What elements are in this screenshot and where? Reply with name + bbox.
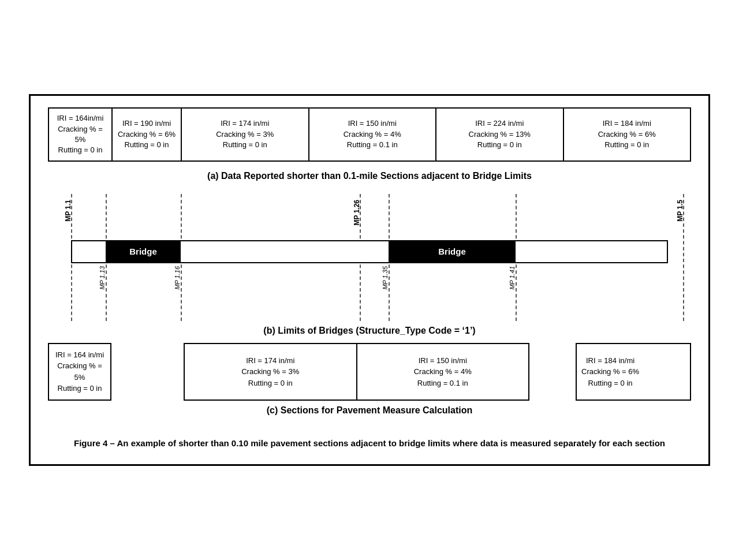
- data-box-a2: IRI = 190 in/miCracking % = 6%Rutting = …: [113, 109, 182, 160]
- c-box-4: IRI = 184 in/miCracking % = 6%Rutting = …: [576, 343, 691, 401]
- c-box-3: IRI = 150 in/miCracking % = 4%Rutting = …: [357, 344, 529, 400]
- mp-label-1-1-top: MP 1.1: [64, 200, 72, 222]
- data-box-a1-text: IRI = 164in/miCracking % = 5%Rutting = 0…: [54, 113, 107, 155]
- figure-container: IRI = 164in/miCracking % = 5%Rutting = 0…: [29, 94, 710, 466]
- data-box-a6-text: IRI = 184 in/miCracking % = 6%Rutting = …: [598, 118, 656, 150]
- c-box-4-text: IRI = 184 in/miCracking % = 6%Rutting = …: [581, 355, 639, 389]
- mp-label-1-5-top: MP 1.5: [676, 200, 684, 222]
- section-a-title: (a) Data Reported shorter than 0.1-mile …: [48, 166, 691, 188]
- section-c: IRI = 164 in/miCracking % = 5%Rutting = …: [48, 343, 691, 423]
- data-box-a2-text: IRI = 190 in/miCracking % = 6%Rutting = …: [118, 118, 176, 150]
- section-b-title: (b) Limits of Bridges (Structure_Type Co…: [48, 321, 691, 343]
- mp-label-1-35: MP 1.35: [382, 266, 389, 290]
- section-b-diagram: MP 1.1 MP 1.13 MP 1.16 MP 1.26 MP 1.35 M…: [48, 194, 691, 321]
- c-gap-bridge-2: [529, 343, 576, 401]
- data-box-a1: IRI = 164in/miCracking % = 5%Rutting = 0…: [49, 109, 113, 160]
- c-boxes-2-3: IRI = 174 in/miCracking % = 3%Rutting = …: [184, 343, 529, 401]
- mp-label-1-26-top: MP 1.26: [353, 200, 361, 225]
- section-c-title: (c) Sections for Pavement Measure Calcul…: [48, 401, 691, 423]
- c-box-2: IRI = 174 in/miCracking % = 3%Rutting = …: [185, 344, 357, 400]
- c-box-3-text: IRI = 150 in/miCracking % = 4%Rutting = …: [414, 355, 472, 389]
- data-box-a5-text: IRI = 224 in/miCracking % = 13%Rutting =…: [469, 118, 531, 150]
- bridge-2-label: Bridge: [438, 247, 466, 256]
- figure-caption: Figure 4 – An example of shorter than 0.…: [48, 428, 691, 453]
- data-box-a4: IRI = 150 in/miCracking % = 4%Rutting = …: [309, 109, 437, 160]
- data-box-a3: IRI = 174 in/miCracking % = 3%Rutting = …: [182, 109, 309, 160]
- data-box-a5: IRI = 224 in/miCracking % = 13%Rutting =…: [436, 109, 564, 160]
- data-box-a3-text: IRI = 174 in/miCracking % = 3%Rutting = …: [216, 118, 274, 150]
- data-box-a4-text: IRI = 150 in/miCracking % = 4%Rutting = …: [344, 118, 401, 150]
- mp-label-1-13: MP 1.13: [99, 266, 106, 290]
- mp-label-1-16: MP 1.16: [174, 266, 181, 290]
- section-c-boxes: IRI = 164 in/miCracking % = 5%Rutting = …: [48, 343, 691, 401]
- c-box-1-text: IRI = 164 in/miCracking % = 5%Rutting = …: [54, 349, 106, 394]
- bridge-1-label: Bridge: [129, 247, 157, 256]
- c-box-2-text: IRI = 174 in/miCracking % = 3%Rutting = …: [241, 355, 299, 389]
- bridge-block-2: Bridge: [389, 240, 516, 263]
- section-a: IRI = 164in/miCracking % = 5%Rutting = 0…: [48, 107, 691, 188]
- data-box-a6: IRI = 184 in/miCracking % = 6%Rutting = …: [564, 109, 691, 160]
- c-gap-bridge-1: [111, 343, 184, 401]
- section-a-boxes: IRI = 164in/miCracking % = 5%Rutting = 0…: [48, 107, 691, 162]
- mp-label-1-41: MP 1.41: [509, 266, 516, 290]
- c-box-1: IRI = 164 in/miCracking % = 5%Rutting = …: [48, 343, 111, 401]
- bridge-block-1: Bridge: [106, 240, 181, 263]
